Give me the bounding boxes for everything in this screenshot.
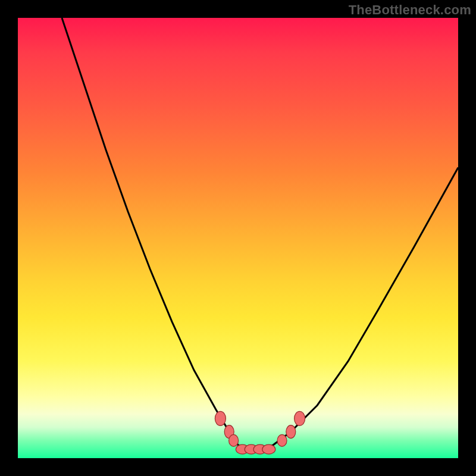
marker-floor-4: [262, 444, 275, 454]
marker-right-mid: [286, 425, 296, 439]
valley-markers: [215, 411, 305, 454]
bottleneck-curve: [62, 18, 458, 449]
curve-layer: [18, 18, 458, 458]
plot-area: [18, 18, 458, 458]
attribution-label: TheBottleneck.com: [349, 2, 471, 18]
marker-left-upper: [215, 411, 226, 425]
marker-left-lower: [229, 434, 239, 446]
marker-right-upper: [295, 411, 305, 425]
marker-right-lower: [277, 434, 287, 446]
chart-frame: TheBottleneck.com: [0, 0, 476, 476]
